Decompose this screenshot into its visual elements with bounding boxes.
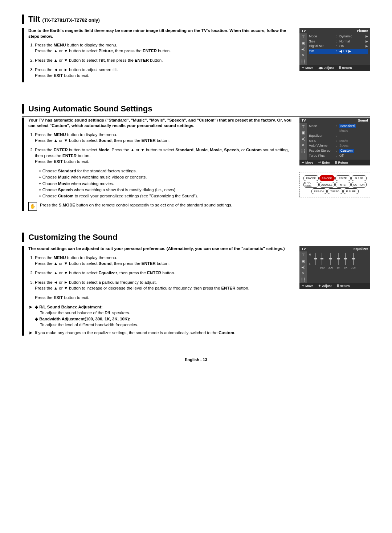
auto-sound-steps: Press the MENU button to display the men… xyxy=(28,132,296,164)
remote-button-psize: P.SIZE xyxy=(335,175,351,181)
osd-eq-label: Equalizer xyxy=(354,247,368,251)
eq-band xyxy=(315,253,316,266)
picture-icon: ▣ xyxy=(302,41,305,45)
tilt-intro: Due to the Earth's magnetic field there … xyxy=(28,28,296,39)
as-step-1: Press the MENU button to display the men… xyxy=(35,132,296,143)
osd-row: Tilt:◀ + 2 ▶ xyxy=(309,49,368,54)
remote-button-turbo: TURBO xyxy=(327,188,343,194)
cs-exit: Press the EXIT button to exit. xyxy=(35,295,296,300)
sound-icon: ◄) xyxy=(301,265,305,269)
osd-picture-label: Picture xyxy=(357,29,368,33)
setup-icon: ✕ xyxy=(302,53,305,57)
rl-balance-body: To adjust the sound balance of the R/L s… xyxy=(40,310,138,316)
osd-tv-label: TV xyxy=(302,29,306,33)
setup-icon: ✕ xyxy=(302,271,305,275)
osd-row: MTS:Movie xyxy=(309,139,368,144)
remote-button-adddel: ADD/DEL xyxy=(319,182,335,188)
osd-sound-footer: ✦ Move↵ EnterⅢ Return xyxy=(299,160,370,165)
subtitle-tilt: (TX-T2781/TX-T2782 only) xyxy=(42,17,100,24)
eq-band: 3K xyxy=(344,253,347,269)
remote-button-caption: CAPTION xyxy=(351,182,367,188)
antenna-icon: ⊤ xyxy=(302,124,305,128)
as-step-2: Press the ENTER button to select Mode. P… xyxy=(35,147,296,164)
title-row: Using Automatic Sound Settings xyxy=(22,104,370,114)
cs-step-3: Press the ◄ or ► button to select a part… xyxy=(35,279,296,291)
antenna-icon: ⊤ xyxy=(302,35,305,39)
title-row: Tilt (TX-T2781/TX-T2782 only) xyxy=(22,15,370,24)
osd-tv-label: TV xyxy=(302,119,306,122)
sound-icon: ◄) xyxy=(301,47,305,51)
osd-equalizer: TV Equalizer ⊤ ▣ ◄) ✕ ┇┇ RL1003001K3K10K… xyxy=(299,246,370,289)
divider xyxy=(22,116,370,117)
section-customizing-sound: Customizing the Sound The sound settings… xyxy=(22,233,370,336)
osd-tv-label: TV xyxy=(302,247,306,251)
bandwidth-title: Bandwidth Adjustment(100, 300, 1K, 3K, 1… xyxy=(35,316,138,322)
setup-icon: ✕ xyxy=(302,143,305,147)
arrow-icon: ➤ xyxy=(28,304,33,327)
sound-icon: ◄) xyxy=(301,137,305,141)
rl-balance-title: R/L Sound Balance Adjustment: xyxy=(35,304,138,310)
tilt-step-3: Press the ◄ or ► button to adjust screen… xyxy=(35,67,296,78)
osd-sound: TV Sound ⊤ ▣ ◄) ✕ ┇┇ Mode:StandardMusicE… xyxy=(299,118,370,166)
custom-note: ➤ If you make any changes to the equaliz… xyxy=(28,330,296,336)
divider xyxy=(22,27,370,27)
tilt-step-2: Press the ▲ or ▼ button to select Tilt, … xyxy=(35,57,296,63)
title-auto-sound: Using Automatic Sound Settings xyxy=(28,104,152,114)
balance-note: ➤ R/L Sound Balance Adjustment: To adjus… xyxy=(28,304,296,327)
sliders-icon: ┇┇ xyxy=(301,149,305,153)
osd-row: Digital NR:On▶ xyxy=(309,44,368,49)
remote-button-smode: S.MODE xyxy=(319,175,335,181)
remote-button-pmode: P.MODE xyxy=(303,175,319,181)
eq-band: 10K xyxy=(351,253,356,269)
osd-row: Turbo Plus:Off xyxy=(309,153,368,159)
remote-button-rsurf: R.SURF xyxy=(343,188,359,194)
bullet-speech: Choose Speech when watching a show that … xyxy=(38,187,296,193)
sliders-icon: ┇┇ xyxy=(301,278,305,282)
osd-row: Equalizer: xyxy=(309,134,368,139)
section-tilt: Tilt (TX-T2781/TX-T2782 only) Due to the… xyxy=(22,15,370,82)
section-auto-sound: Using Automatic Sound Settings Your TV h… xyxy=(22,104,370,211)
osd-picture: TV Picture ⊤ ▣ ◄) ✕ ┇┇ Mode:Dynamic▶Size… xyxy=(299,28,370,71)
osd-eq-footer: ✦ Move✦ AdjustⅢ Return xyxy=(299,283,370,289)
osd-sidebar-icons: ⊤ ▣ ◄) ✕ ┇┇ xyxy=(299,33,307,65)
bullet-custom: Choose Custom to recall your personalize… xyxy=(38,193,296,199)
cs-step-2: Press the ▲ or ▼ button to select Equali… xyxy=(35,270,296,276)
eq-band: 1K xyxy=(337,253,340,269)
tilt-steps: Press the MENU button to display the men… xyxy=(28,42,296,78)
eq-band: 100 xyxy=(320,253,324,269)
remote-hand-icon: ✋ xyxy=(28,202,37,211)
remote-button-mts: MTS xyxy=(335,182,351,188)
osd-row: Auto Volume:Speech xyxy=(309,143,368,148)
picture-icon: ▣ xyxy=(302,259,305,263)
auto-sound-body: Your TV has automatic sound settings ("S… xyxy=(22,118,296,211)
eq-band: 300 xyxy=(328,253,333,269)
bandwidth-body: To adjust the level of different bandwid… xyxy=(40,322,138,328)
title-tilt: Tilt xyxy=(28,15,40,24)
adjustment-list: Bandwidth Adjustment(100, 300, 1K, 3K, 1… xyxy=(35,316,138,322)
smode-note: ✋ Press the S.MODE button on the remote … xyxy=(28,202,296,211)
osd-sidebar-icons: ⊤ ▣ ◄) ✕ ┇┇ xyxy=(299,251,307,283)
custom-sound-steps: Press the MENU button to display the men… xyxy=(28,255,296,291)
remote-button-sleep: SLEEP xyxy=(351,175,367,181)
bullet-movie: Choose Movie when watching movies. xyxy=(38,181,296,187)
adjustment-list: R/L Sound Balance Adjustment: xyxy=(35,304,138,310)
bullet-music: Choose Music when watching music videos … xyxy=(38,174,296,180)
sliders-icon: ┇┇ xyxy=(301,60,305,63)
osd-sound-label: Sound xyxy=(358,119,368,122)
divider xyxy=(22,245,370,245)
picture-icon: ▣ xyxy=(302,131,305,135)
eq-graph: RL1003001K3K10K xyxy=(307,251,370,283)
arrow-icon: ➤ xyxy=(28,330,33,336)
tilt-body: Due to the Earth's magnetic field there … xyxy=(22,28,296,82)
page-footer: English - 13 xyxy=(22,357,370,362)
remote-diagram: P.MODES.MODEP.SIZESLEEPAUTO PROG.ADD/DEL… xyxy=(299,172,370,197)
osd-row: Mode:Dynamic▶ xyxy=(309,34,368,39)
title-custom-sound: Customizing the Sound xyxy=(28,233,118,242)
osd-row: Size:Normal▶ xyxy=(309,39,368,44)
sound-mode-bullets: Choose Standard for the standard factory… xyxy=(38,168,296,199)
antenna-icon: ⊤ xyxy=(302,253,305,257)
osd-picture-footer: ✦ Move◀▶ AdjustⅢ Return xyxy=(299,65,370,71)
auto-sound-intro: Your TV has automatic sound settings ("S… xyxy=(28,118,296,129)
custom-sound-intro: The sound settings can be adjusted to su… xyxy=(28,246,296,252)
remote-button-prech: PRE-CH xyxy=(311,188,327,194)
